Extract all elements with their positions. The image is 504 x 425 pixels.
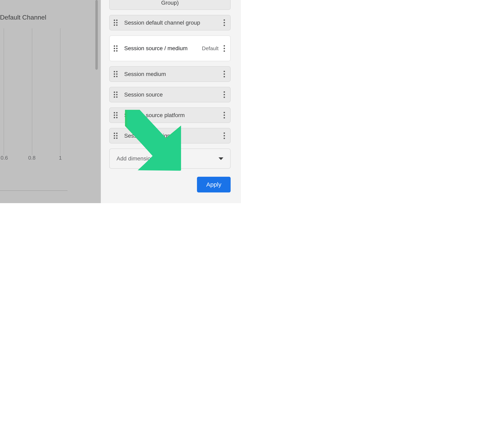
dimension-item-session-source-platform[interactable]: Session source platform [109,107,231,123]
drag-handle-icon[interactable] [114,133,119,139]
drag-handle-icon[interactable] [114,20,119,26]
dimension-label: Session default channel group [124,19,222,27]
apply-button[interactable]: Apply [197,177,231,193]
chart-baseline [0,190,67,191]
chart-gridlines [0,28,68,157]
background-chart-area: Default Channel 0.6 0.8 1 [0,0,95,203]
dimension-label: Session campaign [124,132,222,140]
more-vert-icon[interactable] [222,45,226,52]
drag-handle-icon[interactable] [114,71,119,77]
drag-handle-icon[interactable] [114,45,119,52]
dimension-label: Session source [124,91,222,99]
dimension-label: Session medium [124,70,222,78]
chevron-down-icon [219,157,223,160]
dimension-label: Group) [114,0,226,7]
dimension-item-session-source[interactable]: Session source [109,87,231,102]
more-vert-icon[interactable] [222,91,226,98]
dimension-item-session-source-medium[interactable]: Session source / medium Default [109,35,231,61]
dimension-item-session-default-channel-group[interactable]: Session default channel group [109,15,231,30]
scrollbar-thumb[interactable] [95,0,98,70]
more-vert-icon[interactable] [222,133,226,139]
dimension-label: Session source platform [124,112,222,119]
axis-tick-label: 0.8 [28,155,35,161]
drag-handle-icon[interactable] [114,92,119,98]
dimension-label: Session source / medium [124,45,202,52]
gridline [4,28,4,155]
dimension-item-session-campaign[interactable]: Session campaign [109,128,231,144]
dimension-item-session-medium[interactable]: Session medium [109,66,231,82]
dimension-item-partial[interactable]: Group) [109,0,231,10]
add-dimension-dropdown[interactable]: Add dimension [109,148,231,169]
add-dimension-label: Add dimension [116,155,154,162]
gridline [60,28,60,155]
axis-tick-label: 1 [59,155,62,161]
more-vert-icon[interactable] [222,71,226,77]
default-tag: Default [202,45,219,52]
gridline [32,28,32,155]
apply-row: Apply [109,177,231,193]
drag-handle-icon[interactable] [114,112,119,118]
axis-tick-label: 0.6 [1,155,8,161]
more-vert-icon[interactable] [222,19,226,26]
chart-title: Default Channel [0,14,46,21]
dimension-panel: Group) Session default channel group Ses… [101,0,241,203]
more-vert-icon[interactable] [222,112,226,119]
